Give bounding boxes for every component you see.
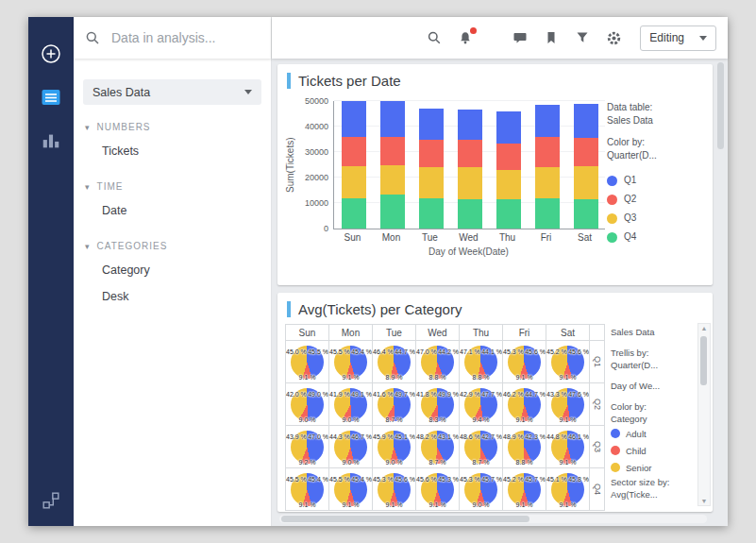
bar-segment-q2[interactable] [574, 138, 598, 166]
pie-cell-sun-q3[interactable]: 43.9 %47.0 %9.2 % [286, 426, 329, 468]
bar-segment-q3[interactable] [419, 167, 444, 197]
pie-cell-sat-q1[interactable]: 45.2 %45.6 %9.1 % [546, 341, 590, 383]
data-canvas-icon[interactable] [39, 488, 63, 513]
bar-segment-q2[interactable] [419, 140, 444, 168]
group-header-categories[interactable]: ▾CATEGORIES [74, 235, 271, 257]
field-desk[interactable]: Desk [74, 283, 271, 310]
scrollbar-thumb[interactable] [700, 336, 707, 385]
pie-cell-mon-q1[interactable]: 45.5 %45.4 %9.1 % [329, 341, 373, 383]
comments-icon[interactable] [512, 29, 529, 46]
search-icon[interactable] [426, 29, 443, 46]
pie-cell-thu-q1[interactable]: 47.1 %44.1 %8.8 % [460, 341, 503, 383]
legend-item-senior[interactable]: Senior [611, 459, 694, 476]
scrollbar-thumb[interactable] [281, 516, 529, 522]
bar-segment-q1[interactable] [496, 111, 521, 144]
bar-segment-q3[interactable] [574, 166, 598, 199]
bar-segment-q3[interactable] [496, 170, 521, 199]
legend-trellis-cols-value[interactable]: Day of We... [611, 380, 694, 392]
legend-sector-size-value[interactable]: Avg(Ticke... [611, 488, 694, 501]
bookmarks-icon[interactable] [543, 29, 560, 46]
editing-mode-select[interactable]: Editing [640, 25, 716, 51]
bar-segment-q3[interactable] [535, 167, 560, 197]
bar-segment-q2[interactable] [535, 137, 560, 167]
scrollbar-thumb[interactable] [717, 62, 724, 149]
scroll-down-arrow-icon[interactable]: ▼ [701, 498, 708, 504]
group-header-time[interactable]: ▾TIME [74, 176, 271, 197]
pie-cell-mon-q4[interactable]: 45.5 %45.4 %9.1 % [329, 468, 373, 511]
field-date[interactable]: Date [74, 197, 271, 224]
main-horizontal-scrollbar[interactable] [279, 515, 707, 523]
card-vertical-scrollbar[interactable]: ▲ ▼ [697, 323, 711, 506]
pie-cell-sun-q4[interactable]: 45.5 %45.4 %9.1 % [286, 468, 329, 511]
bar-segment-q1[interactable] [342, 101, 366, 137]
pie-cell-wed-q4[interactable]: 45.6 %45.3 %9.1 % [416, 468, 460, 511]
bar-segment-q4[interactable] [496, 199, 521, 229]
bar-segment-q2[interactable] [342, 137, 366, 166]
pie-cell-fri-q3[interactable]: 48.9 %42.3 %8.8 % [503, 426, 546, 468]
pie-cell-tue-q3[interactable]: 45.9 %45.1 %9.0 % [373, 426, 416, 468]
bar-segment-q1[interactable] [574, 104, 598, 138]
scroll-up-arrow-icon[interactable]: ▲ [701, 325, 708, 331]
bar-wed[interactable] [458, 110, 482, 229]
bar-segment-q1[interactable] [535, 105, 560, 137]
settings-gear-icon[interactable] [605, 29, 622, 46]
pie-cell-thu-q2[interactable]: 42.9 %47.7 %9.4 % [460, 383, 503, 426]
bar-segment-q3[interactable] [458, 167, 482, 199]
pie-cell-sat-q2[interactable]: 43.3 %47.6 %9.1 % [546, 383, 590, 426]
pie-cell-sun-q1[interactable]: 45.0 %45.5 %9.1 % [286, 341, 329, 383]
bar-sun[interactable] [342, 101, 366, 229]
pie-cell-tue-q1[interactable]: 46.4 %44.7 %8.9 % [373, 341, 416, 383]
group-header-numbers[interactable]: ▾NUMBERS [74, 116, 271, 138]
bar-segment-q2[interactable] [380, 137, 405, 165]
bar-segment-q4[interactable] [342, 198, 366, 229]
pie-cell-fri-q2[interactable]: 46.2 %44.7 %9.1 % [503, 383, 546, 426]
legend-trellis-rows-value[interactable]: Quarter(D... [611, 359, 694, 371]
bar-segment-q3[interactable] [380, 165, 405, 195]
bar-thu[interactable] [496, 111, 521, 229]
bar-segment-q2[interactable] [458, 140, 482, 168]
pie-cell-sat-q3[interactable]: 44.8 %46.1 %9.1 % [546, 426, 590, 468]
legend-item-adult[interactable]: Adult [611, 425, 694, 442]
pie-cell-thu-q3[interactable]: 48.6 %42.7 %8.7 % [460, 426, 503, 468]
bar-sat[interactable] [574, 104, 598, 229]
pie-cell-fri-q1[interactable]: 45.3 %45.6 %9.1 % [503, 341, 546, 383]
legend-item-q3[interactable]: Q3 [607, 209, 703, 228]
field-category[interactable]: Category [74, 257, 271, 283]
pie-cell-fri-q4[interactable]: 45.2 %45.7 %9.1 % [503, 468, 546, 511]
legend-item-q4[interactable]: Q4 [607, 228, 703, 246]
visualizations-icon[interactable] [39, 128, 63, 153]
pie-cell-thu-q4[interactable]: 45.3 %45.7 %9.0 % [460, 468, 503, 511]
bar-segment-q4[interactable] [419, 198, 444, 229]
legend-color-by-value[interactable]: Category [611, 413, 694, 425]
pie-cell-mon-q2[interactable]: 41.9 %49.1 %9.0 % [329, 383, 373, 426]
pie-cell-tue-q4[interactable]: 45.3 %45.6 %9.1 % [373, 468, 416, 511]
add-icon[interactable] [39, 42, 63, 66]
pie-cell-mon-q3[interactable]: 44.3 %46.7 %9.0 % [329, 426, 373, 468]
pie-cell-tue-q2[interactable]: 41.6 %49.7 %8.7 % [373, 383, 416, 426]
legend-item-child[interactable]: Child [611, 442, 694, 459]
bar-segment-q1[interactable] [458, 110, 482, 139]
pie-cell-sun-q2[interactable]: 42.0 %49.0 %9.0 % [286, 383, 329, 426]
data-in-analysis-icon[interactable] [39, 85, 63, 110]
filter-funnel-icon[interactable] [574, 29, 591, 46]
data-table-selector[interactable]: Sales Data [83, 79, 261, 105]
legend-item-q1[interactable]: Q1 [607, 171, 703, 190]
pie-cell-wed-q3[interactable]: 48.2 %43.1 %8.7 % [416, 426, 460, 468]
bar-segment-q2[interactable] [496, 144, 521, 170]
bar-segment-q4[interactable] [535, 198, 560, 229]
notifications-bell-icon[interactable] [457, 29, 474, 46]
legend-item-q2[interactable]: Q2 [607, 190, 703, 209]
pie-cell-sat-q4[interactable]: 45.1 %45.8 %9.1 % [546, 468, 590, 511]
bar-segment-q1[interactable] [419, 109, 444, 139]
legend-color-by-value[interactable]: Quarter(D... [607, 149, 703, 162]
main-vertical-scrollbar[interactable] [716, 62, 725, 509]
bar-segment-q1[interactable] [380, 101, 405, 137]
pie-cell-wed-q1[interactable]: 47.0 %44.2 %8.8 % [416, 341, 460, 383]
pie-cell-wed-q2[interactable]: 41.8 %49.9 %8.3 % [416, 383, 460, 426]
bar-segment-q4[interactable] [458, 199, 482, 229]
bar-tue[interactable] [419, 109, 444, 229]
search-input[interactable] [109, 29, 260, 46]
bar-mon[interactable] [380, 101, 405, 229]
bar-segment-q4[interactable] [380, 195, 405, 229]
bar-fri[interactable] [535, 105, 560, 229]
